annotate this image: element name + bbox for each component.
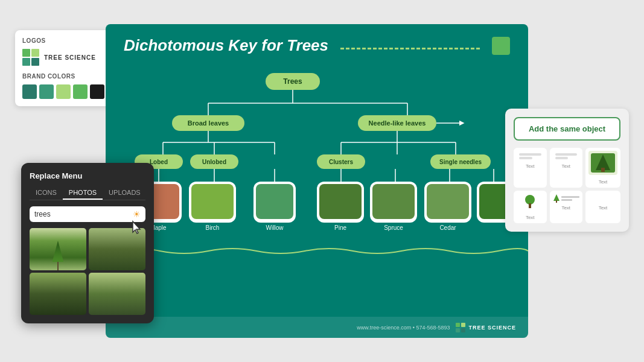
text-line-short bbox=[519, 157, 532, 159]
svg-rect-0 bbox=[22, 49, 30, 57]
add-object-panel: Add the same object Text Text bbox=[505, 109, 629, 232]
logos-label: LOGOS bbox=[22, 37, 113, 44]
search-box[interactable]: trees ☀ bbox=[30, 206, 145, 222]
svg-rect-29 bbox=[253, 154, 296, 169]
text-line-short-2 bbox=[555, 157, 569, 159]
slide-title: Dichotomous Key for Trees bbox=[124, 36, 328, 55]
text-line bbox=[519, 153, 541, 156]
svg-rect-72 bbox=[556, 200, 557, 203]
svg-text:Single needles: Single needles bbox=[439, 159, 482, 165]
photo-thumb-1[interactable] bbox=[30, 228, 86, 270]
svg-text:Spruce: Spruce bbox=[384, 224, 403, 231]
bottom-logo-text: TREE SCIENCE bbox=[468, 325, 516, 331]
add-same-object-button[interactable]: Add the same object bbox=[514, 117, 620, 141]
replace-menu-title: Replace Menu bbox=[30, 171, 145, 180]
logo-text: TREE SCIENCE bbox=[44, 54, 96, 61]
color-swatch-5[interactable] bbox=[90, 84, 104, 99]
slide-header: Dichotomous Key for Trees bbox=[106, 24, 528, 61]
svg-text:Trees: Trees bbox=[283, 77, 302, 86]
svg-rect-62 bbox=[461, 323, 465, 327]
svg-text:Willow: Willow bbox=[266, 224, 284, 231]
svg-rect-70 bbox=[529, 203, 531, 208]
replace-menu-tabs: ICONS PHOTOS UPLOADS bbox=[30, 186, 145, 200]
text-placeholder-2 bbox=[553, 151, 580, 162]
tree-image-option-icon bbox=[588, 151, 617, 175]
object-options: Text Text Text bbox=[514, 148, 620, 223]
slide-corner-block bbox=[492, 37, 510, 55]
bottom-logo-icon bbox=[456, 323, 465, 332]
photo-thumb-3[interactable] bbox=[30, 273, 86, 315]
bottom-logo: TREE SCIENCE bbox=[456, 323, 516, 332]
slide-squiggle bbox=[340, 45, 480, 49]
svg-point-69 bbox=[525, 195, 535, 205]
tab-uploads[interactable]: UPLOADS bbox=[103, 186, 147, 200]
color-swatch-3[interactable] bbox=[56, 84, 71, 99]
svg-text:Lobed: Lobed bbox=[150, 159, 168, 165]
svg-rect-2 bbox=[22, 58, 30, 66]
object-option-tree-image[interactable]: Text bbox=[585, 148, 620, 188]
object-option-tree-icon-1[interactable]: Text bbox=[514, 191, 547, 223]
photo-grid bbox=[30, 228, 145, 315]
svg-text:Cedar: Cedar bbox=[439, 224, 456, 231]
svg-rect-64 bbox=[461, 328, 465, 332]
text-placeholder-1 bbox=[517, 151, 544, 162]
svg-rect-45 bbox=[191, 184, 234, 219]
bottom-website: www.tree-science.com • 574-568-5893 bbox=[357, 325, 450, 331]
tab-photos[interactable]: PHOTOS bbox=[63, 186, 103, 200]
option-label-icon-1: Text bbox=[517, 215, 544, 220]
search-loading-icon: ☀ bbox=[133, 209, 141, 219]
replace-menu-panel: Replace Menu ICONS PHOTOS UPLOADS trees … bbox=[21, 163, 154, 323]
brand-colors-label: BRAND COLORS bbox=[22, 73, 113, 80]
svg-rect-68 bbox=[601, 168, 605, 172]
svg-rect-3 bbox=[31, 58, 39, 66]
tree-icon-combo bbox=[553, 194, 560, 203]
brand-panel: LOGOS TREE SCIENCE BRAND COLORS bbox=[15, 30, 121, 106]
option-label-empty: Text bbox=[588, 205, 617, 211]
brand-colors bbox=[22, 84, 113, 99]
tree-diagram: Trees Broad leaves Needle-like leaves bbox=[106, 61, 528, 314]
photo-thumb-2[interactable] bbox=[89, 228, 145, 270]
option-label-tree: Text bbox=[588, 179, 617, 185]
svg-rect-48 bbox=[256, 184, 293, 219]
logo-area: TREE SCIENCE bbox=[22, 49, 113, 66]
tree-science-logo-icon bbox=[22, 49, 39, 66]
svg-text:Clusters: Clusters bbox=[329, 159, 353, 165]
svg-text:Unlobed: Unlobed bbox=[202, 159, 226, 165]
slide-container: Dichotomous Key for Trees Trees Broad le… bbox=[106, 24, 528, 338]
svg-rect-51 bbox=[319, 184, 362, 219]
object-option-empty[interactable]: Text bbox=[585, 191, 620, 223]
text-line-2 bbox=[555, 153, 578, 156]
option-label-2: Text bbox=[553, 164, 580, 169]
svg-rect-63 bbox=[456, 328, 460, 332]
svg-rect-1 bbox=[31, 49, 39, 57]
color-swatch-4[interactable] bbox=[73, 84, 88, 99]
slide-bottom-bar: www.tree-science.com • 574-568-5893 TREE… bbox=[106, 317, 528, 338]
option-label-1: Text bbox=[517, 164, 544, 169]
color-swatch-1[interactable] bbox=[22, 84, 37, 99]
object-option-text-1[interactable]: Text bbox=[514, 148, 547, 188]
svg-text:Birch: Birch bbox=[206, 224, 220, 231]
svg-rect-54 bbox=[372, 184, 415, 219]
svg-rect-61 bbox=[456, 323, 460, 327]
svg-text:Broad leaves: Broad leaves bbox=[188, 119, 229, 127]
svg-text:Needle-like leaves: Needle-like leaves bbox=[369, 119, 426, 127]
photo-thumb-4[interactable] bbox=[89, 273, 145, 315]
color-swatch-2[interactable] bbox=[39, 84, 54, 99]
svg-marker-71 bbox=[553, 194, 560, 201]
tree-icon-small-1 bbox=[521, 194, 538, 211]
object-option-text-icon-combo[interactable]: Text bbox=[550, 191, 583, 223]
svg-rect-57 bbox=[427, 184, 469, 219]
svg-text:Pine: Pine bbox=[334, 224, 346, 231]
object-option-text-2[interactable]: Text bbox=[550, 148, 583, 188]
tab-icons[interactable]: ICONS bbox=[30, 186, 63, 200]
search-input-value: trees bbox=[34, 210, 129, 218]
option-label-combo: Text bbox=[553, 205, 580, 211]
